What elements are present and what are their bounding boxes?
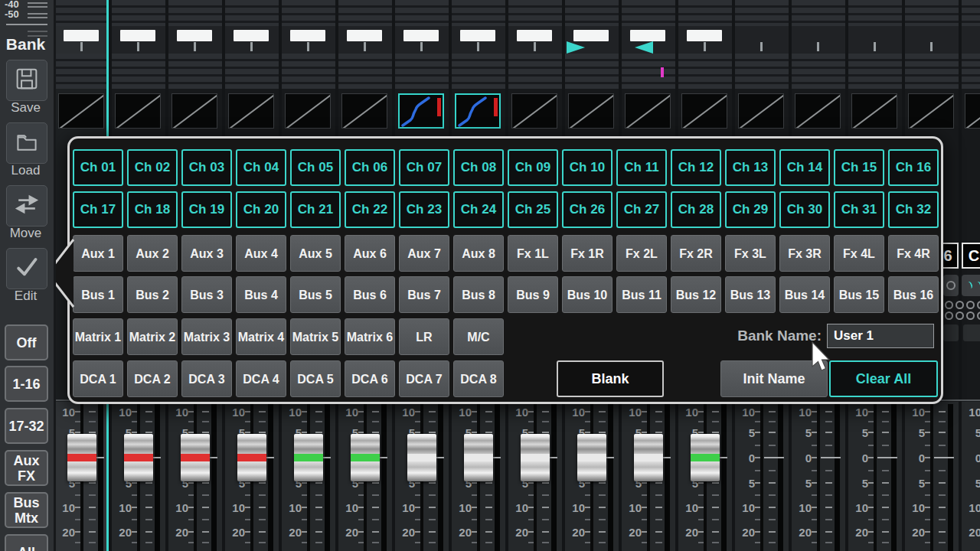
bus-select-button[interactable]: Bus 1: [73, 276, 123, 313]
move-button[interactable]: [6, 185, 47, 227]
channel-select-button[interactable]: Ch 10: [562, 149, 612, 186]
channel-select-button[interactable]: Ch 21: [290, 191, 341, 228]
channel-select-button[interactable]: Ch 12: [671, 149, 721, 186]
channel-select-button[interactable]: Ch 11: [616, 149, 667, 186]
eq-thumbnail[interactable]: [625, 93, 671, 129]
aux-fx-select-button[interactable]: Fx 1R: [562, 235, 612, 272]
pan-slider[interactable]: [177, 30, 212, 41]
bus-select-button[interactable]: Bus 5: [290, 276, 341, 313]
channel-select-button[interactable]: Ch 04: [236, 149, 286, 186]
dca-select-button[interactable]: DCA 2: [127, 360, 178, 397]
channel-select-button[interactable]: Ch 29: [725, 191, 776, 228]
channel-select-button[interactable]: Ch 28: [671, 191, 721, 228]
aux-fx-select-button[interactable]: Aux 3: [181, 235, 232, 272]
pan-slider[interactable]: [517, 30, 552, 41]
channel-select-button[interactable]: Ch 20: [236, 191, 286, 228]
aux-fx-select-button[interactable]: Aux 5: [290, 235, 341, 272]
channel-select-button[interactable]: Ch 27: [616, 191, 667, 228]
dca-select-button[interactable]: DCA 6: [345, 360, 395, 397]
aux-fx-select-button[interactable]: Aux 2: [127, 235, 178, 272]
channel-select-button[interactable]: Ch 32: [888, 191, 939, 228]
fader-cap[interactable]: [124, 434, 153, 481]
fader-cap[interactable]: [67, 434, 96, 481]
eq-thumbnail[interactable]: [58, 93, 104, 129]
eq-thumbnail[interactable]: [738, 93, 784, 129]
channel-process-icon[interactable]: [943, 275, 959, 296]
matrix-main-select-button[interactable]: Matrix 5: [290, 318, 341, 355]
matrix-main-select-button[interactable]: LR: [399, 318, 449, 355]
dca-select-button[interactable]: DCA 8: [453, 360, 504, 397]
bus-select-button[interactable]: Bus 16: [888, 276, 939, 313]
eq-thumbnail[interactable]: [398, 93, 444, 129]
pan-slider[interactable]: [403, 30, 439, 41]
aux-fx-select-button[interactable]: Fx 3R: [779, 235, 830, 272]
bus-select-button[interactable]: Bus 14: [779, 276, 830, 313]
pan-slider[interactable]: [64, 30, 99, 41]
matrix-main-select-button[interactable]: Matrix 6: [345, 318, 395, 355]
pan-slider[interactable]: [120, 30, 155, 41]
pan-slider[interactable]: [630, 30, 665, 41]
fader-cap[interactable]: [464, 434, 493, 481]
aux-fx-select-button[interactable]: Aux 6: [345, 235, 395, 272]
channel-select-button[interactable]: Ch 09: [508, 149, 558, 186]
eq-thumbnail[interactable]: [172, 93, 217, 129]
eq-thumbnail[interactable]: [965, 93, 980, 129]
channel-select-button[interactable]: Ch 02: [127, 149, 178, 186]
eq-thumbnail[interactable]: [341, 93, 387, 129]
channel-select-button[interactable]: Ch 13: [725, 149, 776, 186]
channel-select-button[interactable]: Ch 22: [345, 191, 395, 228]
eq-thumbnail[interactable]: [681, 93, 727, 129]
fader-cap[interactable]: [294, 434, 323, 481]
eq-thumbnail[interactable]: [115, 93, 161, 129]
eq-thumbnail[interactable]: [511, 93, 557, 129]
fader-cap[interactable]: [407, 434, 436, 481]
eq-thumbnail[interactable]: [228, 93, 274, 129]
aux-fx-select-button[interactable]: Fx 4L: [834, 235, 884, 272]
channel-select-button[interactable]: Ch 15: [834, 149, 884, 186]
matrix-main-select-button[interactable]: Matrix 2: [127, 318, 178, 355]
bus-select-button[interactable]: Bus 3: [181, 276, 232, 313]
fader-cap[interactable]: [691, 434, 720, 481]
channel-select-button[interactable]: Ch 03: [181, 149, 232, 186]
matrix-main-select-button[interactable]: Matrix 1: [73, 318, 123, 355]
pan-slider[interactable]: [347, 30, 382, 41]
filter-1-16-button[interactable]: 1-16: [5, 366, 48, 402]
aux-fx-select-button[interactable]: Aux 4: [236, 235, 286, 272]
channel-select-button[interactable]: Ch 24: [453, 191, 504, 228]
filter-bus-mtx-button[interactable]: Bus Mtx: [5, 492, 48, 528]
channel-select-button[interactable]: Ch 25: [508, 191, 558, 228]
channel-select-button[interactable]: Ch 23: [399, 191, 449, 228]
matrix-main-select-button[interactable]: Matrix 3: [181, 318, 232, 355]
bus-select-button[interactable]: Bus 9: [508, 276, 558, 313]
fader-cap[interactable]: [237, 434, 266, 481]
pan-slider[interactable]: [460, 30, 495, 41]
channel-select-button[interactable]: Ch 18: [127, 191, 178, 228]
channel-select-button[interactable]: Ch 07: [399, 149, 449, 186]
bus-select-button[interactable]: Bus 11: [616, 276, 667, 313]
pan-slider[interactable]: [687, 30, 722, 41]
bus-select-button[interactable]: Bus 13: [725, 276, 776, 313]
bus-select-button[interactable]: Bus 10: [562, 276, 612, 313]
channel-select-button[interactable]: Ch 01: [73, 149, 123, 186]
channel-select-button[interactable]: Ch 16: [888, 149, 939, 186]
dca-select-button[interactable]: DCA 1: [73, 360, 123, 397]
filter-17-32-button[interactable]: 17-32: [5, 408, 48, 444]
eq-thumbnail[interactable]: [795, 93, 841, 129]
filter-off-button[interactable]: Off: [5, 324, 48, 360]
dynamics-icon[interactable]: [962, 275, 980, 296]
dca-select-button[interactable]: DCA 5: [290, 360, 341, 397]
aux-fx-select-button[interactable]: Fx 3L: [725, 235, 776, 272]
aux-fx-select-button[interactable]: Aux 7: [399, 235, 449, 272]
channel-select-button[interactable]: Ch 05: [290, 149, 341, 186]
bus-select-button[interactable]: Bus 2: [127, 276, 178, 313]
clear-all-button[interactable]: Clear All: [829, 360, 938, 397]
bus-select-button[interactable]: Bus 4: [236, 276, 286, 313]
channel-select-button[interactable]: Ch 31: [834, 191, 884, 228]
aux-fx-select-button[interactable]: Fx 2L: [616, 235, 667, 272]
save-button[interactable]: [6, 60, 47, 101]
eq-thumbnail[interactable]: [851, 93, 897, 129]
channel-select-button[interactable]: Ch 17: [73, 191, 123, 228]
pan-slider[interactable]: [234, 30, 269, 41]
eq-thumbnail[interactable]: [455, 93, 501, 129]
aux-fx-select-button[interactable]: Fx 1L: [508, 235, 558, 272]
